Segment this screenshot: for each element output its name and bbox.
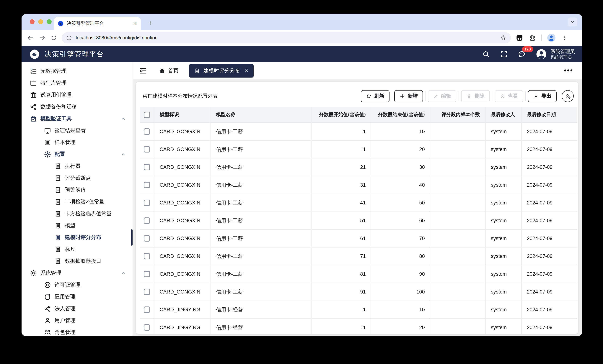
sidebar-item-label: 评分截断点 (65, 175, 91, 182)
sidebar-item-list-ordered[interactable]: 元数据管理 (22, 65, 133, 77)
sidebar-item-icon (30, 115, 37, 123)
cell-model-name: 信用卡-工薪 (211, 159, 312, 176)
sidebar-item-receipt[interactable]: 标尺 (22, 243, 133, 255)
cell-score-end: 90 (371, 265, 430, 283)
sidebar-item-bag-check[interactable]: 模型验证工具 (22, 113, 133, 125)
row-checkbox[interactable] (144, 128, 150, 135)
row-checkbox[interactable] (144, 271, 150, 277)
cell-last-date: 2024-07-09 (522, 176, 577, 194)
chevron-up-icon[interactable] (121, 116, 126, 121)
sidebar-item-receipt[interactable]: 预警阈值 (22, 184, 133, 196)
sidebar-item-user[interactable]: 用户管理 (22, 315, 133, 327)
plus-button[interactable]: 新增 (394, 90, 423, 102)
select-all-checkbox[interactable] (144, 112, 150, 118)
sidebar-item-copyright[interactable]: 许可证管理 (22, 279, 133, 291)
sidebar-item-briefcase[interactable]: 试算用例管理 (22, 89, 133, 101)
table-row[interactable]: CARD_GONGXIN 信用卡-工薪 1 10 system 2024-07-… (139, 123, 574, 141)
tab-close-icon[interactable]: ✕ (133, 21, 137, 26)
minimize-window-button[interactable] (38, 19, 43, 24)
sidebar-item-label: 角色管理 (55, 329, 75, 336)
user-gear-round-button[interactable] (562, 90, 574, 102)
column-header: 最后修改人 (486, 107, 522, 123)
cell-last-date: 2024-07-09 (522, 248, 577, 265)
sidebar-item-receipt[interactable]: 评分截断点 (22, 172, 133, 184)
table-row[interactable]: CARD_GONGXIN 信用卡-工薪 41 50 system 2024-07… (139, 194, 574, 212)
sidebar-item-gear[interactable]: 配置 (22, 148, 133, 160)
toolbar-divider (541, 34, 542, 41)
chevron-up-icon[interactable] (121, 152, 126, 157)
row-checkbox[interactable] (144, 324, 150, 330)
row-checkbox[interactable] (144, 235, 150, 241)
close-window-button[interactable] (30, 19, 35, 24)
cell-sample-count (430, 319, 486, 334)
user-menu[interactable]: 系统管理员 系统管理员 (535, 48, 575, 60)
sidebar-item-receipt[interactable]: 二项检验Z值常量 (22, 196, 133, 208)
close-page-tab-icon[interactable]: ✕ (245, 68, 248, 73)
sidebar-item-app[interactable]: 应用管理 (22, 291, 133, 303)
forward-icon[interactable] (39, 34, 46, 41)
chevron-up-icon[interactable] (121, 271, 126, 276)
row-checkbox[interactable] (144, 289, 150, 295)
row-checkbox[interactable] (144, 253, 150, 259)
row-checkbox[interactable] (144, 182, 150, 188)
sidebar-item-share[interactable]: 法人管理 (22, 303, 133, 315)
browser-menu-kebab-icon[interactable] (561, 34, 568, 41)
export-button[interactable]: 导出 (528, 90, 557, 102)
table-row[interactable]: CARD_GONGXIN 信用卡-工薪 91 100 system 2024-0… (139, 283, 574, 301)
address-bar[interactable]: localhost:8080/#/mv/config/distribution (62, 32, 511, 43)
back-icon[interactable] (27, 34, 34, 41)
sidebar-item-receipt[interactable]: 卡方检验临界值常量 (22, 208, 133, 220)
sidebar-item-gear[interactable]: 系统管理 (22, 267, 133, 279)
zoom-window-button[interactable] (47, 19, 52, 24)
search-icon[interactable] (482, 50, 490, 58)
table-row[interactable]: CARD_GONGXIN 信用卡-工薪 11 20 system 2024-07… (139, 141, 574, 159)
cell-sample-count (430, 248, 486, 265)
table-row[interactable]: CARD_GONGXIN 信用卡-工薪 31 40 system 2024-07… (139, 176, 574, 194)
refresh-button[interactable]: 刷新 (361, 90, 390, 102)
sidebar-item-monitor[interactable]: 验证结果查看 (22, 125, 133, 136)
more-options-ellipsis-icon[interactable]: ••• (564, 67, 573, 75)
fullscreen-icon[interactable] (500, 50, 508, 58)
bookmark-star-icon[interactable] (500, 34, 507, 41)
toolbar-button-icon (533, 93, 539, 99)
cell-model-name: 信用卡-工薪 (211, 230, 312, 248)
sidebar-item-receipt[interactable]: 执行器 (22, 160, 133, 172)
window-controls[interactable] (30, 19, 52, 24)
row-checkbox[interactable] (144, 200, 150, 206)
collapse-sidebar-icon[interactable] (139, 67, 147, 75)
tab-search-caret-icon[interactable] (568, 17, 577, 26)
sidebar-item-list-box[interactable]: 样本管理 (22, 136, 133, 148)
row-checkbox[interactable] (144, 146, 150, 152)
messages-icon[interactable]: 120 (518, 50, 526, 58)
extension-mask-icon[interactable] (515, 34, 523, 42)
table-row[interactable]: CARD_GONGXIN 信用卡-工薪 71 80 system 2024-07… (139, 248, 574, 265)
new-tab-button[interactable]: + (146, 18, 156, 28)
row-checkbox[interactable] (144, 307, 150, 313)
table-row[interactable]: CARD_GONGXIN 信用卡-工薪 81 90 system 2024-07… (139, 265, 574, 283)
active-page-tab[interactable]: 建模时评分分布 ✕ (189, 64, 254, 77)
sidebar-item-receipt[interactable]: 数据抽取器接口 (22, 255, 133, 267)
header-checkbox-cell (139, 107, 154, 123)
reload-icon[interactable] (50, 34, 57, 41)
extensions-puzzle-icon[interactable] (529, 34, 536, 41)
sidebar-item-receipt[interactable]: 模型 (22, 220, 133, 231)
row-checkbox[interactable] (144, 217, 150, 224)
table-row[interactable]: CARD_GONGXIN 信用卡-工薪 61 70 system 2024-07… (139, 230, 574, 248)
sidebar-item-users[interactable]: 角色管理 (22, 327, 133, 336)
sidebar-item-folder[interactable]: 特征库管理 (22, 77, 133, 89)
breadcrumb-home[interactable]: 首页 (159, 67, 179, 74)
table-row[interactable]: CARD_GONGXIN 信用卡-工薪 21 30 system 2024-07… (139, 159, 574, 176)
table-row[interactable]: CARD_GONGXIN 信用卡-工薪 51 60 system 2024-07… (139, 212, 574, 230)
cell-model-name: 信用卡-工薪 (211, 265, 312, 283)
table-row[interactable]: CARD_JINGYING 信用卡-经营 1 10 system 2024-07… (139, 301, 574, 319)
table-row[interactable]: CARD_JINGYING 信用卡-经营 11 20 system 2024-0… (139, 319, 574, 334)
browser-tab[interactable]: 决策引擎管理平台 ✕ (54, 17, 141, 30)
receipt-icon (194, 68, 200, 74)
sidebar-item-share[interactable]: 数据备份和迁移 (22, 101, 133, 113)
site-info-icon[interactable] (66, 35, 72, 41)
column-header: 分数段结束值(含该值) (371, 107, 430, 123)
row-checkbox[interactable] (144, 164, 150, 170)
sidebar-item-receipt[interactable]: 建模时评分分布 (22, 231, 133, 243)
cell-model-name: 信用卡-工薪 (211, 194, 312, 212)
profile-avatar-icon[interactable] (547, 33, 556, 42)
